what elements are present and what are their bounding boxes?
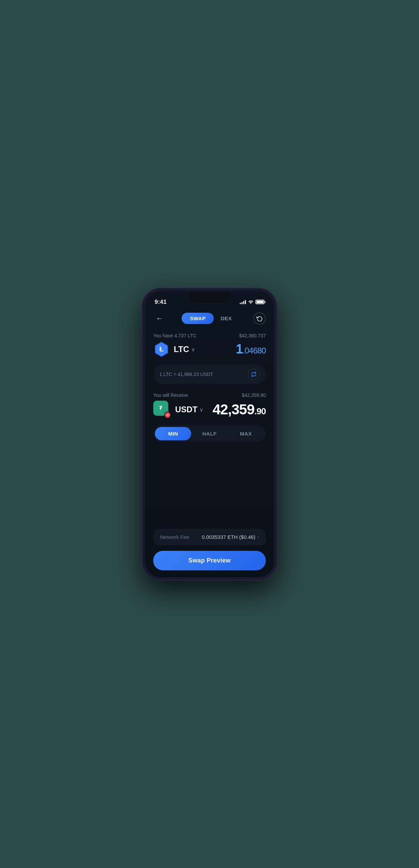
network-fee-row[interactable]: Network Fee 0.0035337 ETH ($0.46) › — [153, 529, 266, 545]
from-balance-usd: $42,360.737 — [239, 333, 266, 338]
from-amount-decimal: .04680 — [243, 346, 266, 355]
to-receive-label: You will Receive — [153, 392, 188, 398]
svg-text:Ł: Ł — [159, 345, 163, 353]
rate-row: 1 LTC = 41,986.23 USDT — [153, 364, 266, 384]
to-token-selector[interactable]: USDT ∨ — [175, 405, 204, 414]
from-token-row: Ł LTC ∨ 1.04680 — [153, 341, 266, 358]
fee-chevron-icon: › — [258, 534, 259, 540]
receive-amount-integer: 42,359 — [212, 401, 254, 417]
notch — [189, 291, 230, 303]
swap-direction-button[interactable] — [248, 368, 260, 380]
to-balance-row: You will Receive $42,359.90 — [153, 392, 266, 398]
status-icons — [240, 299, 264, 305]
to-token-left: ₮ OP USDT ∨ — [153, 401, 204, 418]
status-time: 9:41 — [155, 299, 167, 306]
wifi-icon — [248, 299, 253, 305]
from-token-amount[interactable]: 1.04680 — [236, 342, 266, 357]
back-button[interactable]: ← — [153, 312, 166, 325]
from-token-chevron: ∨ — [191, 346, 195, 353]
nav-bar: ← SWAP DEX — [145, 308, 274, 327]
rate-text: 1 LTC = 41,986.23 USDT — [159, 372, 213, 377]
history-button[interactable] — [253, 312, 266, 325]
from-balance-label: You have 4.737 LTC — [153, 333, 196, 338]
to-receive-usd: $42,359.90 — [242, 392, 266, 398]
tab-dex[interactable]: DEX — [215, 313, 237, 324]
ltc-icon: Ł — [153, 341, 170, 358]
network-fee-value: 0.0035337 ETH ($0.46) — [202, 534, 256, 540]
swap-arrows-icon — [251, 372, 257, 377]
to-token-row: ₮ OP USDT ∨ 42,359.90 — [153, 401, 266, 418]
back-arrow-icon: ← — [156, 314, 163, 322]
usdt-icon: ₮ OP — [153, 401, 171, 418]
tab-swap[interactable]: SWAP — [182, 313, 214, 324]
from-balance-row: You have 4.737 LTC $42,360.737 — [153, 333, 266, 338]
history-icon — [257, 315, 263, 322]
from-token-left: Ł LTC ∨ — [153, 341, 195, 358]
half-button[interactable]: HALF — [191, 427, 227, 440]
signal-icon — [240, 300, 246, 304]
spacer — [145, 449, 274, 529]
amount-buttons-group: MIN HALF MAX — [153, 425, 266, 442]
min-button[interactable]: MIN — [155, 427, 191, 440]
to-receive-amount: 42,359.90 — [212, 401, 266, 418]
battery-icon — [256, 300, 264, 304]
fee-value-group: 0.0035337 ETH ($0.46) › — [202, 534, 259, 540]
content-area: You have 4.737 LTC $42,360.737 Ł LTC — [145, 327, 274, 449]
from-token-selector[interactable]: LTC ∨ — [174, 345, 195, 354]
bottom-section: Network Fee 0.0035337 ETH ($0.46) › Swap… — [145, 529, 274, 577]
to-token-name: USDT — [175, 405, 197, 414]
to-token-chevron: ∨ — [199, 406, 204, 413]
from-amount-integer: 1 — [236, 342, 243, 356]
phone-screen: 9:41 — [145, 291, 274, 577]
swap-preview-button[interactable]: Swap Preview — [153, 551, 266, 570]
main-content: ← SWAP DEX You have 4.737 LTC — [145, 308, 274, 577]
phone-frame: 9:41 — [142, 288, 277, 580]
max-button[interactable]: MAX — [228, 427, 264, 440]
tab-group: SWAP DEX — [182, 313, 237, 324]
receive-amount-decimal: .90 — [254, 406, 266, 416]
from-token-name: LTC — [174, 345, 189, 354]
network-fee-label: Network Fee — [160, 534, 189, 540]
